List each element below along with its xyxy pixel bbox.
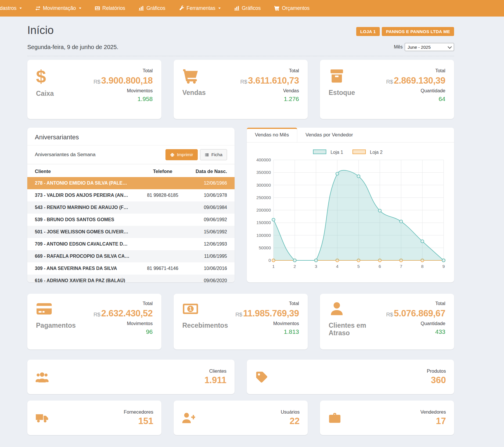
summary-value: 1.911 [204,375,226,385]
phone-cell: 81 99671-4146 [141,266,185,271]
stat-card-label: Vendas [182,89,226,96]
briefcase-icon [328,411,341,425]
sales-line-chart: 0500001000001500002000002500003000003500… [253,157,448,271]
total-label: Total [93,68,153,73]
legend-label: Loja 2 [370,150,383,155]
stat-card-caixa: $CaixaTotalR$3.900.800,18Movimentos1.958 [27,60,161,119]
summary-card-produtos: Produtos360 [247,360,454,394]
svg-text:100000: 100000 [256,233,271,238]
count-value: 1.958 [93,95,153,102]
birthdate-cell: 10/06/2016 [185,266,227,271]
table-row[interactable]: 543 - RENATO MARINHO DE ARAUJO (F…09/06/… [27,201,235,214]
birthdate-cell: 11/06/1995 [185,254,227,259]
summary-card-fornecedores: Fornecedores151 [27,401,161,435]
chart-panel: Loja 1Loja 2 050000100000150000200000250… [247,143,454,282]
nav-item-label: Relatórios [102,5,125,11]
ficha-button-label: Ficha [211,152,222,157]
summary-cards: Clientes1.911Produtos360 [27,360,454,394]
summary-label: Clientes [204,368,226,374]
user-icon [329,301,345,317]
birthdate-cell: 09/06/1984 [185,205,227,210]
table-row[interactable]: 373 - VALDIR DOS ANJOS PEREIRA (AN…81 99… [35,189,227,201]
count-label: Quantidade [386,88,445,93]
print-button[interactable]: Imprimir [165,149,198,160]
bar-chart-icon [138,6,144,11]
caret-down-icon [79,8,81,9]
column-telefone: Telefone [141,169,185,174]
svg-text:7: 7 [400,264,402,269]
stat-cards-top: $CaixaTotalR$3.900.800,18Movimentos1.958… [27,60,454,119]
svg-text:50000: 50000 [259,245,271,250]
money-bill-icon: 1 [182,301,199,317]
column-cliente: Cliente [35,169,141,174]
svg-text:1: 1 [189,306,192,312]
month-select-wrap: June - 2025 [405,43,454,51]
store-button[interactable]: LOJA 1 [356,27,380,36]
tab-vendas-no-mes[interactable]: Vendas no Mês [247,128,297,142]
month-label: Mês [394,44,403,50]
nav-item-label: Orçamentos [282,5,309,11]
caret-down-icon [218,8,221,9]
aniversariantes-title: Aniversariantes [27,128,235,145]
chart-legend: Loja 1Loja 2 [253,149,448,155]
summary-label: Usuários [281,409,300,415]
client-cell: 669 - RAFAELA PROCOPIO DA SILVA CA… [35,254,141,259]
svg-text:150000: 150000 [256,220,271,225]
nav-item-graficos-2[interactable]: Gráficos [227,0,267,17]
legend-item [352,149,366,155]
birthdate-cell: 10/06/1978 [185,193,227,198]
nav-item-cadastros[interactable]: Cadastros [0,0,28,17]
client-cell: 501 - JOSE WELISSON GOMES OLIVEIR… [35,229,141,235]
ficha-button[interactable]: Ficha [200,149,227,160]
svg-text:2: 2 [294,264,296,269]
summary-card-clientes: Clientes1.911 [27,360,235,394]
svg-text:5: 5 [357,264,360,269]
page-content: Início LOJA 1 PANNOS E PANNOS LTDA ME Se… [27,17,454,435]
table-row[interactable]: 501 - JOSE WELISSON GOMES OLIVEIR…15/06/… [27,226,235,238]
stat-card-label: Pagamentos [36,322,80,329]
table-row[interactable]: 309 - ANA SEVERINA PAES DA SILVA81 99671… [35,262,227,275]
nav-item-label: Gráficos [242,5,261,11]
nav-item-orcamentos[interactable]: Orçamentos [267,0,316,17]
summary-label: Fornecedores [124,409,153,415]
summary-value: 17 [420,416,446,426]
summary-value: 360 [427,375,446,385]
nav-item-movimentacao[interactable]: Movimentação [28,0,88,17]
svg-text:400000: 400000 [256,157,271,162]
exchange-icon [35,6,41,11]
table-row[interactable]: 278 - ANTONIO EMIDIO DA SILVA (PALE…12/0… [27,177,235,189]
nav-item-relatorios[interactable]: Relatórios [88,0,132,17]
client-cell: 278 - ANTONIO EMIDIO DA SILVA (PALE… [35,181,141,186]
cart-icon [274,6,280,11]
svg-text:200000: 200000 [256,208,271,212]
total-label: Total [386,301,445,306]
summary-card-usuarios: Usuários22 [174,401,308,435]
total-value: R$3.611.610,73 [240,75,299,86]
company-button[interactable]: PANNOS E PANNOS LTDA ME [382,27,454,36]
tab-vendas-por-vendedor[interactable]: Vendas por Vendedor [297,128,361,142]
svg-text:1: 1 [272,264,275,269]
table-row[interactable]: 539 - BRUNO DOS SANTOS GOMES09/06/1992 [35,214,227,226]
date-row: Segunda-feira, 9 de junho de 2025. Mês J… [27,43,454,56]
month-select[interactable]: June - 2025 [405,43,454,51]
table-header: Cliente Telefone Data de Nasc. [35,164,227,177]
stat-card-label: Caixa [36,90,80,97]
total-label: Total [240,68,299,73]
aniversariantes-subtitle: Aniversariantes da Semana [35,152,96,158]
current-date: Segunda-feira, 9 de junho de 2025. [27,44,118,51]
summary-label: Produtos [427,368,446,374]
svg-text:0: 0 [269,258,271,263]
table-row[interactable]: 616 - ADRIANO XAVIER DA PAZ (BALAÚ)09/06… [27,275,235,282]
client-cell: 373 - VALDIR DOS ANJOS PEREIRA (AN… [35,193,141,198]
table-row[interactable]: 669 - RAFAELA PROCOPIO DA SILVA CA…11/06… [27,250,235,262]
aniversariantes-panel: Aniversariantes Aniversariantes da Seman… [27,128,235,282]
count-label: Movimentos [93,88,153,93]
stat-cards-bottom: PagamentosTotalR$2.632.430,52Movimentos9… [27,294,454,349]
nav-item-graficos[interactable]: Gráficos [132,0,172,17]
count-label: Vendas [240,88,299,93]
list-icon [205,153,209,157]
nav-item-ferramentas[interactable]: Ferramentas [172,0,227,17]
table-row[interactable]: 709 - ANTONIO EDSON CAVALCANTE D…12/06/1… [35,238,227,250]
total-label: Total [93,301,153,306]
box-icon [329,68,345,84]
